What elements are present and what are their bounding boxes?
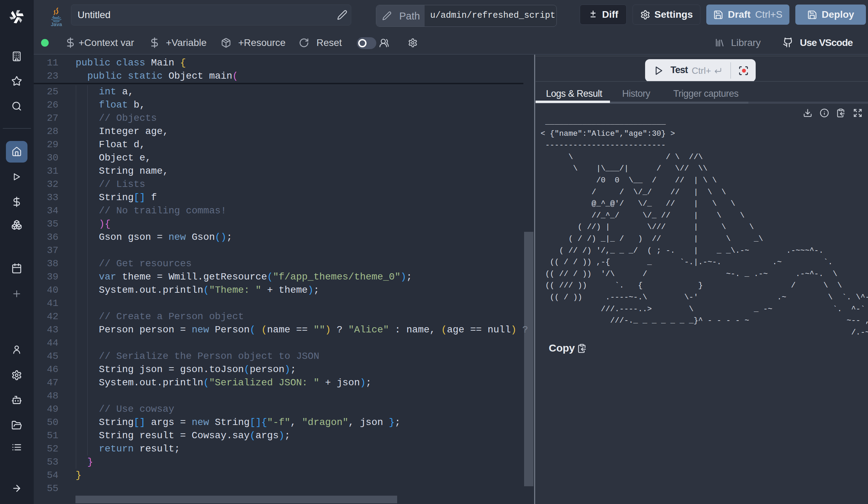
svg-text:Java: Java: [51, 22, 62, 27]
